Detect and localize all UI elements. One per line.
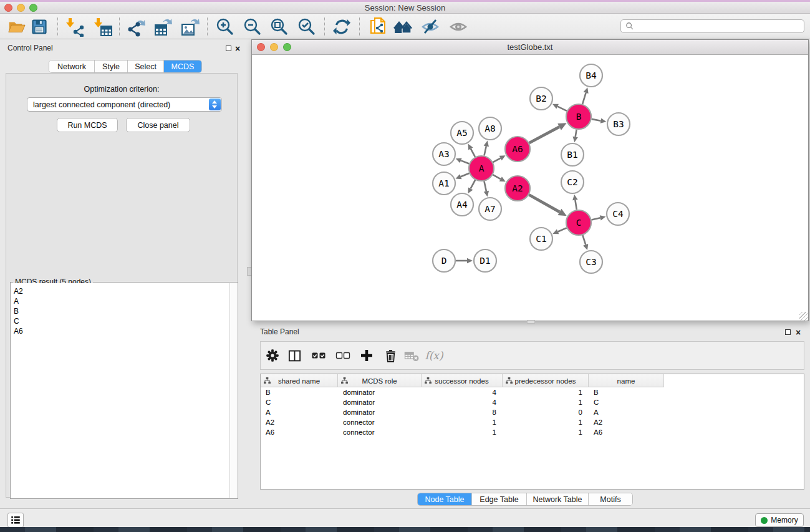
- tab-mcds[interactable]: MCDS: [164, 60, 201, 72]
- run-mcds-button[interactable]: Run MCDS: [57, 118, 118, 132]
- mcds-result-list[interactable]: A2ABCA6: [11, 283, 229, 498]
- graph-edge-C-C2[interactable]: [575, 200, 576, 210]
- table-row[interactable]: Bdominator41B: [261, 387, 804, 397]
- graph-edge-A-A2[interactable]: [493, 175, 500, 179]
- control-panel-float-button[interactable]: [226, 46, 231, 51]
- table-cell[interactable]: dominator: [338, 387, 422, 397]
- graph-edge-A-A7[interactable]: [484, 181, 486, 191]
- duplicate-network-button[interactable]: [367, 16, 390, 37]
- tab-motifs[interactable]: Motifs: [589, 493, 632, 505]
- table-cell[interactable]: 8: [422, 407, 503, 417]
- table-cell[interactable]: C: [589, 397, 664, 407]
- table-cell[interactable]: dominator: [338, 397, 422, 407]
- show-hidden-button[interactable]: [447, 16, 470, 37]
- table-cell[interactable]: 1: [422, 427, 503, 437]
- graph-edge-C-C1[interactable]: [558, 228, 567, 231]
- graph-edge-A-A8[interactable]: [484, 146, 486, 155]
- tab-edge-table[interactable]: Edge Table: [472, 493, 527, 505]
- zoom-out-button[interactable]: [241, 16, 264, 37]
- table-header-row[interactable]: shared nameMCDS rolesuccessor nodesprede…: [261, 374, 664, 387]
- table-cell[interactable]: dominator: [338, 407, 422, 417]
- column-header-MCDS-role[interactable]: MCDS role: [338, 374, 422, 387]
- search-input[interactable]: [637, 22, 804, 31]
- unselect-all-columns-button[interactable]: [333, 346, 353, 365]
- criterion-dropdown[interactable]: largest connected component (directed): [27, 97, 222, 112]
- table-cell[interactable]: 1: [503, 387, 589, 397]
- task-history-button[interactable]: [7, 513, 24, 528]
- table-cell[interactable]: 1: [503, 427, 589, 437]
- home-view-button[interactable]: [392, 16, 415, 37]
- close-panel-button[interactable]: Close panel: [126, 118, 190, 132]
- graph-edge-A2-C[interactable]: [529, 195, 559, 212]
- graph-edge-A-A4[interactable]: [471, 180, 475, 189]
- refresh-layout-button[interactable]: [330, 16, 353, 37]
- mcds-result-item[interactable]: B: [14, 306, 229, 316]
- mcds-result-item[interactable]: A2: [14, 286, 229, 296]
- column-header-predecessor-nodes[interactable]: predecessor nodes: [503, 374, 589, 387]
- table-body[interactable]: Bdominator41BCdominator41CAdominator80AA…: [261, 387, 804, 489]
- tab-style[interactable]: Style: [95, 60, 128, 72]
- graph-edge-B-B4[interactable]: [582, 93, 586, 104]
- table-cell[interactable]: 1: [503, 397, 589, 407]
- table-cell[interactable]: B: [589, 387, 664, 397]
- network-window-titlebar[interactable]: testGlobe.txt: [252, 40, 808, 55]
- table-cell[interactable]: 0: [503, 407, 589, 417]
- hide-selected-button[interactable]: [419, 16, 441, 37]
- select-all-columns-button[interactable]: [309, 346, 329, 365]
- zoom-selected-button[interactable]: [296, 16, 318, 37]
- node-table[interactable]: shared nameMCDS rolesuccessor nodesprede…: [260, 374, 804, 490]
- mcds-result-item[interactable]: A: [14, 296, 229, 306]
- export-image-button[interactable]: [178, 16, 201, 37]
- graph-edge-C-C4[interactable]: [591, 218, 600, 220]
- graph-edge-A-A1[interactable]: [461, 173, 470, 177]
- function-builder-button-disabled[interactable]: f(x): [424, 346, 444, 365]
- table-cell[interactable]: A6: [589, 427, 664, 437]
- search-field[interactable]: [620, 19, 804, 33]
- column-header-successor-nodes[interactable]: successor nodes: [422, 374, 503, 387]
- network-canvas[interactable]: B4B2BB3A5A8A6B1A3AA1C2A2A4A7C4CC1DD1C3: [252, 55, 808, 321]
- zoom-fit-button[interactable]: [268, 16, 291, 37]
- table-panel-close-button[interactable]: ×: [796, 329, 801, 336]
- tab-network[interactable]: Network: [49, 60, 95, 72]
- table-cell[interactable]: A2: [589, 417, 664, 427]
- table-cell[interactable]: 1: [422, 417, 503, 427]
- table-settings-button[interactable]: [263, 346, 282, 365]
- table-cell[interactable]: connector: [338, 417, 422, 427]
- import-table-button[interactable]: [92, 16, 114, 37]
- export-network-button[interactable]: [125, 16, 147, 37]
- table-cell[interactable]: connector: [338, 427, 422, 437]
- table-row[interactable]: Adominator80A: [261, 407, 804, 417]
- table-cell[interactable]: C: [261, 397, 338, 407]
- open-session-button[interactable]: [5, 16, 27, 37]
- table-cell[interactable]: 4: [422, 387, 503, 397]
- graph-edge-B-B3[interactable]: [592, 119, 601, 121]
- table-cell[interactable]: A6: [261, 427, 338, 437]
- table-cell[interactable]: A2: [261, 417, 338, 427]
- table-panel-float-button[interactable]: [785, 329, 791, 335]
- graph-edge-B-B2[interactable]: [557, 107, 567, 111]
- table-cell[interactable]: 1: [503, 417, 589, 427]
- graph-edge-A6-B[interactable]: [529, 127, 560, 143]
- table-cell[interactable]: 4: [422, 397, 503, 407]
- graph-edge-A-A6[interactable]: [493, 158, 501, 162]
- split-divider-handle[interactable]: [527, 320, 535, 324]
- create-column-button[interactable]: [357, 346, 377, 365]
- show-column-panel-button[interactable]: [284, 346, 304, 365]
- tab-node-table[interactable]: Node Table: [418, 493, 472, 505]
- mcds-result-item[interactable]: A6: [14, 326, 229, 336]
- delete-columns-button[interactable]: [380, 346, 400, 365]
- memory-button[interactable]: Memory: [755, 513, 804, 527]
- table-cell[interactable]: A: [261, 407, 338, 417]
- graph-edge-B-B1[interactable]: [576, 130, 577, 137]
- table-cell[interactable]: A: [589, 407, 664, 417]
- mcds-result-item[interactable]: C: [14, 316, 229, 326]
- control-panel-close-button[interactable]: ×: [235, 45, 240, 52]
- table-row[interactable]: A2connector11A2: [261, 417, 804, 427]
- export-table-button[interactable]: [152, 16, 174, 37]
- mcds-result-scrollbar[interactable]: [229, 283, 237, 498]
- column-header-name[interactable]: name: [589, 374, 664, 387]
- table-row[interactable]: Cdominator41C: [261, 397, 804, 407]
- window-resize-grip[interactable]: [799, 312, 808, 321]
- column-header-shared-name[interactable]: shared name: [261, 374, 338, 387]
- zoom-in-button[interactable]: [214, 16, 236, 37]
